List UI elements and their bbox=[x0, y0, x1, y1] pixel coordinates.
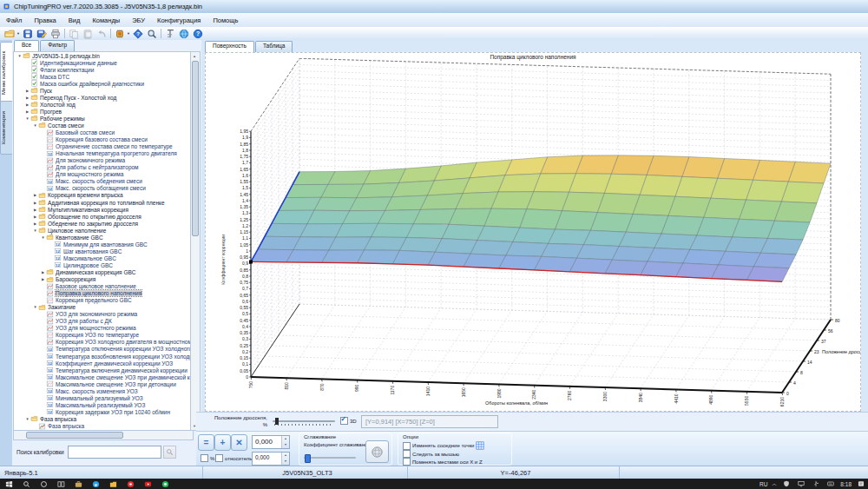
tree-item[interactable]: ▼Рабочие режимы bbox=[14, 115, 193, 122]
tree-item[interactable]: 12Начальная температура прогретого двига… bbox=[14, 150, 193, 157]
tree-item[interactable]: ▼Фаза впрыска bbox=[14, 415, 193, 422]
menu-item[interactable]: ЭБУ bbox=[126, 13, 151, 27]
scroll-up-icon[interactable]: ▲ bbox=[191, 52, 198, 60]
save-as-button[interactable] bbox=[35, 28, 49, 39]
undo-button[interactable] bbox=[95, 28, 108, 39]
tree-item[interactable]: УОЗ для работы с ДК bbox=[14, 318, 193, 325]
collapse-icon[interactable]: ▼ bbox=[32, 305, 38, 309]
tree-item[interactable]: 12Температура возобновления коррекции УО… bbox=[14, 353, 193, 360]
open-button[interactable] bbox=[3, 28, 16, 39]
tree-item[interactable]: 12Макс. скорость обеднения смеси bbox=[14, 178, 193, 185]
taskbar-red-rect[interactable] bbox=[139, 479, 156, 489]
expand-icon[interactable]: ▶ bbox=[24, 96, 30, 100]
help-button[interactable]: ? bbox=[191, 28, 205, 39]
tree-item[interactable]: 12Максимальный реализуемый УОЗ bbox=[14, 401, 193, 408]
menu-item[interactable]: Правка bbox=[28, 13, 62, 27]
tree-item[interactable]: 12Шаг квантования GBC bbox=[14, 248, 193, 254]
tree-item[interactable]: Идентификационные данные bbox=[14, 59, 193, 66]
online-button[interactable] bbox=[177, 28, 191, 39]
tree-item[interactable]: ▶Аддитивная коррекция по топливной пленк… bbox=[14, 199, 193, 206]
tree-item[interactable]: Максимальное смещение УОЗ при детонации bbox=[14, 380, 193, 387]
print-button[interactable] bbox=[49, 28, 62, 39]
tree-item[interactable]: ▼Зажигание bbox=[14, 304, 193, 311]
read-ecu-button[interactable] bbox=[113, 28, 127, 39]
tree-item[interactable]: Для экономичного режима bbox=[14, 157, 193, 164]
tools-button[interactable] bbox=[163, 28, 177, 39]
tree-item[interactable]: ▶Барокоррекция bbox=[14, 276, 193, 283]
tree-item[interactable]: УОЗ для мощностного режима bbox=[14, 325, 193, 332]
tree-item[interactable]: Базовое цикловое наполнение bbox=[14, 283, 193, 290]
slider-thumb[interactable] bbox=[275, 418, 279, 425]
tree-item[interactable]: Для мощностного режима bbox=[14, 171, 193, 178]
tree-item[interactable]: 12Максимальное GBC bbox=[14, 254, 193, 261]
spinner-arrows[interactable]: ▲▼ bbox=[281, 453, 289, 465]
tree-horizontal-scrollbar[interactable] bbox=[13, 430, 194, 440]
taskbar-edge[interactable]: e bbox=[87, 479, 104, 489]
tree-item[interactable]: ▶Переход Пуск - Холостой ход bbox=[14, 94, 193, 101]
taskbar-search-circle[interactable] bbox=[17, 479, 35, 489]
expand-icon[interactable]: ▶ bbox=[32, 221, 38, 226]
taskbar-folder-tb[interactable] bbox=[104, 479, 122, 489]
set-value-button[interactable]: = bbox=[198, 434, 214, 451]
notification-center-icon[interactable] bbox=[856, 479, 866, 489]
tray-chevron-icon[interactable]: ︿ bbox=[772, 480, 777, 488]
expand-icon[interactable]: ▶ bbox=[32, 215, 38, 219]
tab-surface[interactable]: Поверхность bbox=[205, 41, 254, 52]
tree-item[interactable]: 12Коэффициент динамической коррекции УОЗ bbox=[14, 360, 193, 367]
tray-usb-icon[interactable] bbox=[811, 479, 821, 489]
collapse-icon[interactable]: ▼ bbox=[16, 54, 23, 58]
scrollbar-thumb[interactable] bbox=[192, 61, 199, 236]
taskbar-briefcase[interactable] bbox=[69, 479, 87, 489]
tray-keyboard-icon[interactable] bbox=[825, 479, 836, 489]
tree-item[interactable]: 12Цилиндровое GBC bbox=[14, 261, 193, 268]
search-input[interactable] bbox=[68, 446, 161, 459]
collapse-icon[interactable]: ▼ bbox=[32, 228, 38, 233]
value-spinner[interactable]: 0,000 ▲▼ bbox=[252, 435, 290, 449]
taskbar-green-dot[interactable] bbox=[156, 479, 174, 489]
throttle-slider[interactable] bbox=[273, 418, 335, 426]
title-bar[interactable]: ChipTuningPRO ver.7.2020.35.3085 - J5V05… bbox=[0, 0, 868, 14]
collapse-icon[interactable]: ▼ bbox=[24, 417, 30, 421]
tree-item[interactable]: Базовый состав смеси bbox=[14, 129, 193, 136]
language-indicator[interactable]: RU bbox=[760, 481, 767, 487]
tree-item[interactable]: Фаза впрыска bbox=[14, 422, 193, 429]
tree-item[interactable]: ▶Прогрев bbox=[14, 108, 193, 115]
clock[interactable]: 8:18 bbox=[840, 481, 852, 487]
tree-item[interactable]: Флаги комплектации bbox=[14, 66, 193, 73]
tree-item[interactable]: ▶Коррекция времени впрыска bbox=[14, 192, 193, 199]
find-button[interactable] bbox=[145, 28, 159, 39]
copy-button[interactable] bbox=[67, 28, 81, 39]
menu-item[interactable]: Конфигурация bbox=[151, 13, 207, 27]
slider-thumb[interactable] bbox=[305, 454, 311, 463]
tree-item[interactable]: УОЗ для экономичного режима bbox=[14, 311, 193, 318]
apply-smoothing-button[interactable] bbox=[365, 440, 389, 463]
tree-item[interactable]: 12Минимум для квантования GBC bbox=[14, 241, 193, 248]
tree-item[interactable]: ▶Мультипликативная коррекция bbox=[14, 206, 193, 213]
tree-item[interactable]: Ограничение состава смеси по температуре bbox=[14, 143, 193, 150]
expand-icon[interactable]: ▶ bbox=[40, 270, 46, 274]
calibration-tree[interactable]: ▼J5V05N35-1,8 релиздк.binИдентификационн… bbox=[13, 51, 194, 431]
checkbox-adjust-neighbors[interactable]: Изменять соседние точки bbox=[403, 441, 484, 450]
multiply-value-button[interactable]: ✕ bbox=[231, 434, 247, 451]
tree-item[interactable]: Коррекция УОЗ холодного двигателя в мощн… bbox=[14, 339, 193, 346]
taskbar-ring[interactable] bbox=[35, 479, 52, 489]
tab-all[interactable]: Все bbox=[14, 40, 39, 51]
tree-item[interactable]: 12Макс. скорость обогащения смеси bbox=[14, 185, 193, 192]
taskbar-panes[interactable] bbox=[52, 479, 69, 489]
checkbox-swap-axes[interactable]: Поменять местами оси X и Z bbox=[403, 458, 483, 466]
tree-item[interactable]: ▶Холостой ход bbox=[14, 101, 193, 108]
tree-item[interactable]: 12Температура включения динамической кор… bbox=[14, 367, 193, 373]
tree-item[interactable]: ▼J5V05N35-1,8 релиздк.bin bbox=[14, 52, 193, 59]
tree-item[interactable]: Маска ошибок драйверной диагностики bbox=[14, 80, 193, 87]
tray-shield-icon[interactable] bbox=[781, 479, 792, 489]
smoothing-slider[interactable] bbox=[304, 454, 356, 461]
tree-item[interactable]: 12Коррекция задержки УОЗ при 10240 об/ми… bbox=[14, 408, 193, 415]
expand-icon[interactable]: ▶ bbox=[32, 193, 38, 197]
side-tab-comments[interactable]: Комментарии bbox=[0, 101, 13, 155]
tree-vertical-scrollbar[interactable]: ▲ ▼ bbox=[190, 51, 201, 431]
menu-item[interactable]: Файл bbox=[0, 13, 28, 27]
checkbox-3d[interactable]: ✓ 3D bbox=[340, 417, 357, 425]
tree-item[interactable]: ▶Пуск bbox=[14, 87, 193, 94]
search-button[interactable] bbox=[163, 446, 176, 459]
menu-item[interactable]: Помощь bbox=[207, 13, 244, 27]
